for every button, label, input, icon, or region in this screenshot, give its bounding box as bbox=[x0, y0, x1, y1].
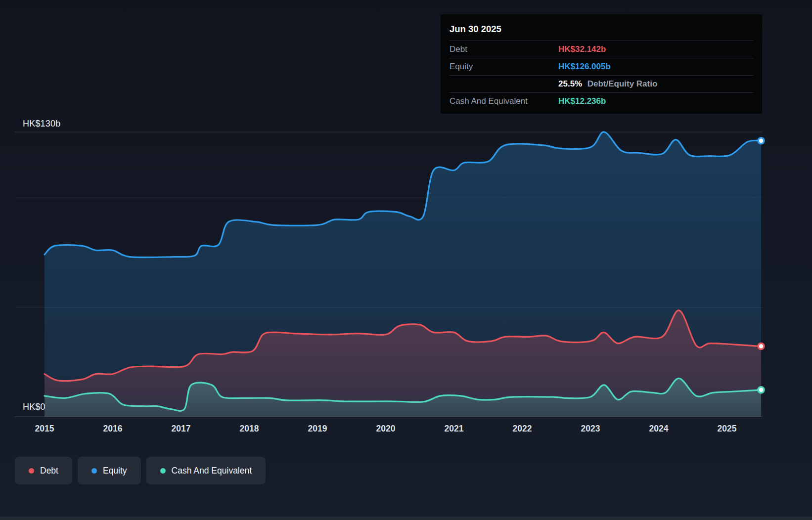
footer-bar bbox=[0, 517, 812, 520]
tooltip-equity-label: Equity bbox=[450, 62, 558, 72]
x-tick-label-2018: 2018 bbox=[240, 424, 259, 434]
debt-equity-chart-page: Jun 30 2025 Debt HK$32.142b Equity HK$12… bbox=[0, 0, 812, 520]
x-tick-label-2021: 2021 bbox=[445, 424, 464, 434]
x-tick-label-2025: 2025 bbox=[718, 424, 737, 434]
x-tick-label-2024: 2024 bbox=[649, 424, 669, 434]
x-tick-label-2016: 2016 bbox=[103, 424, 123, 434]
x-tick-label-2023: 2023 bbox=[581, 424, 600, 434]
legend-label-equity: Equity bbox=[103, 466, 127, 476]
debt-endpoint-marker bbox=[758, 344, 764, 349]
x-tick-label-2017: 2017 bbox=[172, 424, 191, 434]
debt-legend-dot-icon bbox=[29, 468, 34, 474]
cash-legend-dot-icon bbox=[160, 468, 166, 474]
legend-label-debt: Debt bbox=[40, 466, 58, 476]
tooltip-ratio-row: 25.5% Debt/Equity Ratio bbox=[450, 75, 753, 92]
tooltip-equity-value: HK$126.005b bbox=[558, 62, 753, 72]
cash-endpoint-marker bbox=[758, 387, 764, 393]
x-axis: 2015201620172018201920202021202220232024… bbox=[15, 424, 763, 436]
legend-item-debt[interactable]: Debt bbox=[15, 457, 72, 484]
tooltip-ratio-cell: 25.5% Debt/Equity Ratio bbox=[558, 79, 753, 89]
tooltip-ratio-value: 25.5% bbox=[558, 79, 582, 88]
x-tick-label-2020: 2020 bbox=[376, 424, 396, 434]
tooltip: Jun 30 2025 Debt HK$32.142b Equity HK$12… bbox=[441, 14, 762, 114]
legend: DebtEquityCash And Equivalent bbox=[15, 457, 266, 484]
x-tick-label-2022: 2022 bbox=[513, 424, 532, 434]
tooltip-cash-label: Cash And Equivalent bbox=[450, 96, 558, 106]
x-tick-label-2019: 2019 bbox=[308, 424, 327, 434]
tooltip-cash-value: HK$12.236b bbox=[558, 96, 753, 106]
tooltip-ratio-label: Debt/Equity Ratio bbox=[587, 79, 658, 88]
legend-label-cash: Cash And Equivalent bbox=[172, 466, 252, 476]
tooltip-debt-value: HK$32.142b bbox=[558, 44, 753, 54]
tooltip-cash-row: Cash And Equivalent HK$12.236b bbox=[450, 92, 753, 110]
tooltip-equity-row: Equity HK$126.005b bbox=[450, 58, 753, 75]
legend-item-cash[interactable]: Cash And Equivalent bbox=[146, 457, 266, 484]
legend-item-equity[interactable]: Equity bbox=[78, 457, 141, 484]
equity-legend-dot-icon bbox=[91, 468, 97, 474]
x-tick-label-2015: 2015 bbox=[35, 424, 54, 434]
tooltip-debt-label: Debt bbox=[450, 44, 558, 54]
tooltip-date: Jun 30 2025 bbox=[450, 19, 753, 41]
chart-plot-area[interactable] bbox=[15, 124, 763, 420]
equity-endpoint-marker bbox=[758, 138, 764, 144]
tooltip-debt-row: Debt HK$32.142b bbox=[450, 41, 753, 58]
